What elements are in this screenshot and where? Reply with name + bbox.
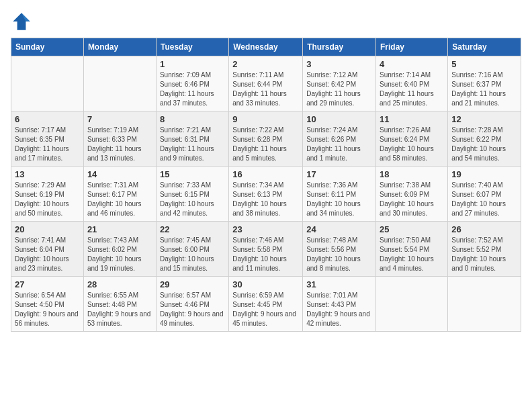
day-details: Sunrise: 7:38 AM Sunset: 6:09 PM Dayligh…	[380, 181, 444, 218]
calendar-cell: 22Sunrise: 7:45 AM Sunset: 6:00 PM Dayli…	[156, 222, 228, 277]
calendar-cell: 5Sunrise: 7:16 AM Sunset: 6:37 PM Daylig…	[448, 56, 521, 111]
calendar-header: SundayMondayTuesdayWednesdayThursdayFrid…	[11, 38, 521, 56]
day-details: Sunrise: 7:33 AM Sunset: 6:15 PM Dayligh…	[160, 181, 225, 218]
day-number: 10	[306, 114, 372, 124]
calendar-cell: 1Sunrise: 7:09 AM Sunset: 6:46 PM Daylig…	[156, 56, 228, 111]
day-number: 23	[232, 224, 299, 234]
col-header-wednesday: Wednesday	[229, 38, 303, 56]
day-number: 3	[306, 59, 372, 69]
day-details: Sunrise: 7:50 AM Sunset: 5:54 PM Dayligh…	[380, 236, 444, 273]
calendar-cell: 7Sunrise: 7:19 AM Sunset: 6:33 PM Daylig…	[83, 111, 156, 167]
day-details: Sunrise: 7:31 AM Sunset: 6:17 PM Dayligh…	[87, 181, 152, 218]
day-number: 30	[232, 279, 299, 289]
day-number: 14	[87, 169, 152, 179]
calendar-cell: 29Sunrise: 6:57 AM Sunset: 4:46 PM Dayli…	[156, 277, 228, 332]
day-number: 31	[306, 279, 372, 289]
day-details: Sunrise: 7:19 AM Sunset: 6:33 PM Dayligh…	[87, 126, 152, 163]
calendar-cell: 12Sunrise: 7:28 AM Sunset: 6:22 PM Dayli…	[448, 111, 521, 167]
day-number: 12	[451, 114, 517, 124]
calendar-cell: 4Sunrise: 7:14 AM Sunset: 6:40 PM Daylig…	[376, 56, 448, 111]
calendar-cell: 14Sunrise: 7:31 AM Sunset: 6:17 PM Dayli…	[83, 167, 156, 222]
day-number: 15	[160, 169, 225, 179]
day-details: Sunrise: 6:55 AM Sunset: 4:48 PM Dayligh…	[87, 291, 152, 328]
week-row-4: 20Sunrise: 7:41 AM Sunset: 6:04 PM Dayli…	[11, 222, 521, 277]
calendar-cell: 2Sunrise: 7:11 AM Sunset: 6:44 PM Daylig…	[229, 56, 303, 111]
day-details: Sunrise: 7:17 AM Sunset: 6:35 PM Dayligh…	[15, 126, 80, 163]
day-number: 21	[87, 224, 152, 234]
day-details: Sunrise: 7:45 AM Sunset: 6:00 PM Dayligh…	[160, 236, 225, 273]
day-number: 9	[232, 114, 299, 124]
day-details: Sunrise: 6:57 AM Sunset: 4:46 PM Dayligh…	[160, 291, 225, 328]
calendar-cell: 11Sunrise: 7:26 AM Sunset: 6:24 PM Dayli…	[376, 111, 448, 167]
day-number: 20	[15, 224, 80, 234]
day-number: 7	[87, 114, 152, 124]
day-details: Sunrise: 7:34 AM Sunset: 6:13 PM Dayligh…	[232, 181, 299, 218]
calendar-cell: 23Sunrise: 7:46 AM Sunset: 5:58 PM Dayli…	[229, 222, 303, 277]
day-details: Sunrise: 7:29 AM Sunset: 6:19 PM Dayligh…	[15, 181, 80, 218]
day-details: Sunrise: 7:40 AM Sunset: 6:07 PM Dayligh…	[451, 181, 517, 218]
col-header-monday: Monday	[83, 38, 156, 56]
week-row-1: 1Sunrise: 7:09 AM Sunset: 6:46 PM Daylig…	[11, 56, 521, 111]
day-number: 24	[306, 224, 372, 234]
day-details: Sunrise: 7:28 AM Sunset: 6:22 PM Dayligh…	[451, 126, 517, 163]
day-number: 29	[160, 279, 225, 289]
calendar-cell	[376, 277, 448, 332]
day-number: 5	[451, 59, 517, 69]
calendar-cell: 21Sunrise: 7:43 AM Sunset: 6:02 PM Dayli…	[83, 222, 156, 277]
col-header-friday: Friday	[376, 38, 448, 56]
day-number: 13	[15, 169, 80, 179]
calendar-cell: 3Sunrise: 7:12 AM Sunset: 6:42 PM Daylig…	[303, 56, 376, 111]
col-header-sunday: Sunday	[11, 38, 84, 56]
day-number: 11	[380, 114, 444, 124]
calendar-cell: 24Sunrise: 7:48 AM Sunset: 5:56 PM Dayli…	[303, 222, 376, 277]
day-details: Sunrise: 7:36 AM Sunset: 6:11 PM Dayligh…	[306, 181, 372, 218]
day-number: 1	[160, 59, 225, 69]
day-number: 17	[306, 169, 372, 179]
calendar-cell: 13Sunrise: 7:29 AM Sunset: 6:19 PM Dayli…	[11, 167, 84, 222]
calendar-table: SundayMondayTuesdayWednesdayThursdayFrid…	[11, 38, 521, 332]
day-number: 18	[380, 169, 444, 179]
day-details: Sunrise: 6:59 AM Sunset: 4:45 PM Dayligh…	[232, 291, 299, 328]
calendar-cell: 18Sunrise: 7:38 AM Sunset: 6:09 PM Dayli…	[376, 167, 448, 222]
day-number: 28	[87, 279, 152, 289]
calendar-cell: 6Sunrise: 7:17 AM Sunset: 6:35 PM Daylig…	[11, 111, 84, 167]
calendar-cell: 15Sunrise: 7:33 AM Sunset: 6:15 PM Dayli…	[156, 167, 228, 222]
day-details: Sunrise: 7:48 AM Sunset: 5:56 PM Dayligh…	[306, 236, 372, 273]
day-number: 2	[232, 59, 299, 69]
day-number: 25	[380, 224, 444, 234]
calendar-cell: 16Sunrise: 7:34 AM Sunset: 6:13 PM Dayli…	[229, 167, 303, 222]
calendar-cell: 19Sunrise: 7:40 AM Sunset: 6:07 PM Dayli…	[448, 167, 521, 222]
day-details: Sunrise: 7:43 AM Sunset: 6:02 PM Dayligh…	[87, 236, 152, 273]
day-number: 4	[380, 59, 444, 69]
day-details: Sunrise: 7:14 AM Sunset: 6:40 PM Dayligh…	[380, 71, 444, 108]
day-details: Sunrise: 7:12 AM Sunset: 6:42 PM Dayligh…	[306, 71, 372, 108]
calendar-cell: 31Sunrise: 7:01 AM Sunset: 4:43 PM Dayli…	[303, 277, 376, 332]
day-details: Sunrise: 7:21 AM Sunset: 6:31 PM Dayligh…	[160, 126, 225, 163]
day-details: Sunrise: 7:26 AM Sunset: 6:24 PM Dayligh…	[380, 126, 444, 163]
calendar-cell: 28Sunrise: 6:55 AM Sunset: 4:48 PM Dayli…	[83, 277, 156, 332]
day-number: 8	[160, 114, 225, 124]
page-header	[11, 11, 521, 32]
calendar-cell: 25Sunrise: 7:50 AM Sunset: 5:54 PM Dayli…	[376, 222, 448, 277]
day-details: Sunrise: 7:46 AM Sunset: 5:58 PM Dayligh…	[232, 236, 299, 273]
logo-icon	[11, 11, 32, 32]
day-number: 16	[232, 169, 299, 179]
col-header-tuesday: Tuesday	[156, 38, 228, 56]
col-header-thursday: Thursday	[303, 38, 376, 56]
day-details: Sunrise: 7:24 AM Sunset: 6:26 PM Dayligh…	[306, 126, 372, 163]
col-header-saturday: Saturday	[448, 38, 521, 56]
day-details: Sunrise: 7:16 AM Sunset: 6:37 PM Dayligh…	[451, 71, 517, 108]
week-row-2: 6Sunrise: 7:17 AM Sunset: 6:35 PM Daylig…	[11, 111, 521, 167]
calendar-cell: 17Sunrise: 7:36 AM Sunset: 6:11 PM Dayli…	[303, 167, 376, 222]
day-details: Sunrise: 7:41 AM Sunset: 6:04 PM Dayligh…	[15, 236, 80, 273]
day-details: Sunrise: 7:01 AM Sunset: 4:43 PM Dayligh…	[306, 291, 372, 328]
day-number: 27	[15, 279, 80, 289]
calendar-cell: 20Sunrise: 7:41 AM Sunset: 6:04 PM Dayli…	[11, 222, 84, 277]
logo	[11, 11, 35, 32]
day-number: 22	[160, 224, 225, 234]
day-details: Sunrise: 7:52 AM Sunset: 5:52 PM Dayligh…	[451, 236, 517, 273]
day-number: 19	[451, 169, 517, 179]
calendar-cell: 8Sunrise: 7:21 AM Sunset: 6:31 PM Daylig…	[156, 111, 228, 167]
day-details: Sunrise: 7:09 AM Sunset: 6:46 PM Dayligh…	[160, 71, 225, 108]
calendar-cell	[448, 277, 521, 332]
